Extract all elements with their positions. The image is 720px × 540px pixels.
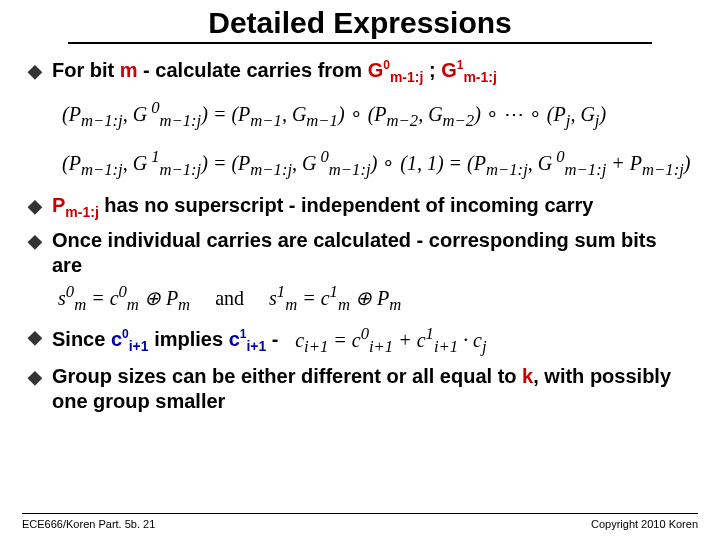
footer-right: Copyright 2010 Koren xyxy=(591,518,698,530)
diamond-icon: ◆ xyxy=(28,60,42,83)
b4-sup0: 0 xyxy=(122,328,129,342)
b1-sub0: m-1:j xyxy=(390,69,423,85)
diamond-icon: ◆ xyxy=(28,195,42,218)
slide: { "title": "Detailed Expressions", "b1_p… xyxy=(0,0,720,540)
footer: ECE666/Koren Part. 5b. 21 Copyright 2010… xyxy=(22,513,698,530)
b2-txt: has no superscript - independent of inco… xyxy=(99,194,594,216)
b2-sub: m-1:j xyxy=(65,204,98,220)
b1-m: m xyxy=(120,59,138,81)
b1-sep: ; xyxy=(423,59,441,81)
b5-pre: Group sizes can be either different or a… xyxy=(52,365,522,387)
bullet-3: ◆ Once individual carries are calculated… xyxy=(28,228,692,278)
b1-sub1: m-1:j xyxy=(463,69,496,85)
b1-mid: - calculate carries from xyxy=(138,59,368,81)
b2-p: P xyxy=(52,194,65,216)
content: ◆ For bit m - calculate carries from G0m… xyxy=(0,44,720,414)
b5-k: k xyxy=(522,365,533,387)
b3-txt: Once individual carries are calculated -… xyxy=(52,229,657,276)
bullet-1: ◆ For bit m - calculate carries from G0m… xyxy=(28,58,692,87)
bullet-2: ◆ Pm-1:j has no superscript - independen… xyxy=(28,193,692,222)
diamond-icon: ◆ xyxy=(28,230,42,253)
bullet-5: ◆ Group sizes can be either different or… xyxy=(28,364,692,414)
b1-g0: G xyxy=(368,59,384,81)
equation-inline-3: ci+1 = c0i+1 + c1i+1 · cj xyxy=(295,324,486,357)
equation-block-2: s0m = c0m ⊕ Pm and s1m = c1m ⊕ Pm xyxy=(58,282,401,315)
b1-pre: For bit xyxy=(52,59,120,81)
diamond-icon: ◆ xyxy=(28,326,42,349)
b4-sub1: i+1 xyxy=(246,338,266,354)
b1-sup0: 0 xyxy=(383,58,390,72)
page-title: Detailed Expressions xyxy=(68,6,651,44)
b4-sub0: i+1 xyxy=(129,338,149,354)
b1-g1: G xyxy=(441,59,457,81)
equation-block-1: (Pm−1:j, G 0m−1:j) = (Pm−1, Gm−1) ∘ (Pm−… xyxy=(62,95,692,184)
diamond-icon: ◆ xyxy=(28,366,42,389)
title-wrap: Detailed Expressions xyxy=(0,0,720,44)
footer-left: ECE666/Koren Part. 5b. 21 xyxy=(22,518,155,530)
b4-pre: Since xyxy=(52,328,111,350)
b4-c1: c xyxy=(229,328,240,350)
eq1-line2: (Pm−1:j, G 1m−1:j) = (Pm−1:j, G 0m−1:j) … xyxy=(62,144,692,183)
b4-mid: implies xyxy=(149,328,229,350)
b4-c0: c xyxy=(111,328,122,350)
eq1-line1: (Pm−1:j, G 0m−1:j) = (Pm−1, Gm−1) ∘ (Pm−… xyxy=(62,95,692,134)
b4-dash: - xyxy=(266,328,278,350)
bullet-4: ◆ Since c0i+1 implies c1i+1 - ci+1 = c0i… xyxy=(28,324,692,357)
